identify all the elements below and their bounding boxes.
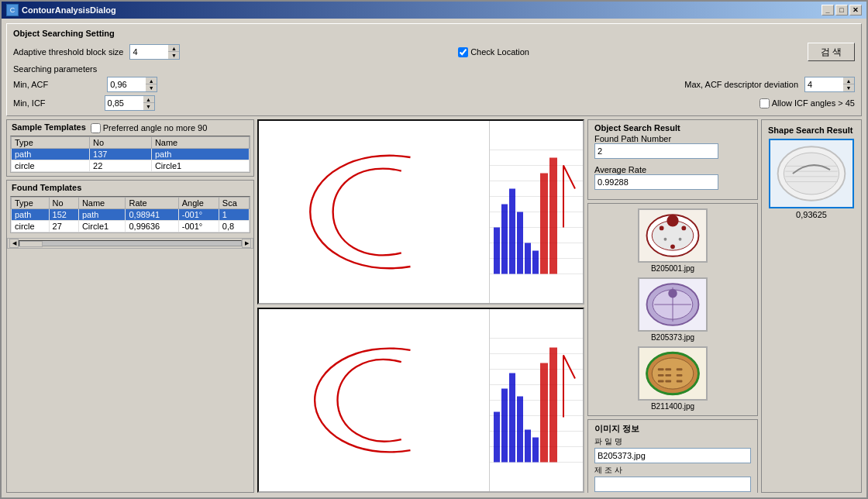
min-acf-spinbox[interactable]: ▲ ▼ (107, 77, 157, 92)
maximize-button[interactable]: □ (835, 5, 848, 15)
main-content: Object Searching Setting Adaptive thresh… (2, 19, 866, 497)
min-acf-input[interactable] (107, 77, 146, 92)
adaptive-spinbox-btns: ▲ ▼ (168, 44, 180, 60)
scroll-track (19, 240, 242, 246)
sample-templates-panel: Sample Templates Preferred angle no more… (6, 119, 254, 177)
thumbnail-2[interactable]: B205373.jpg (591, 276, 754, 343)
min-icf-input[interactable] (105, 95, 143, 111)
svg-rect-29 (501, 389, 508, 463)
min-acf-spin-up[interactable]: ▲ (146, 77, 157, 84)
cell-no: 27 (49, 221, 78, 232)
similarity-score: 0,93625 (765, 210, 858, 219)
setting-row-5: Min, ICF ▲ ▼ Allow ICF angles > 45 (13, 95, 855, 111)
found-templates-table: Type No Name Rate Angle Sca (11, 197, 250, 232)
max-acf-spin-down[interactable]: ▼ (843, 84, 854, 91)
svg-rect-16 (549, 158, 557, 274)
max-acf-input[interactable] (804, 77, 843, 92)
table-row[interactable]: circle 27 Circle1 0,99636 -001° 0,8 (12, 221, 250, 232)
allow-icf-checkbox[interactable] (760, 98, 770, 108)
scroll-left-arrow[interactable]: ◀ (9, 239, 19, 248)
check-location-checkbox[interactable] (458, 47, 468, 57)
cell-angle: -001° (178, 221, 219, 232)
svg-point-55 (652, 358, 694, 389)
svg-rect-34 (540, 363, 548, 463)
svg-rect-11 (509, 189, 515, 274)
setting-row-1: Object Searching Setting (13, 29, 855, 40)
scroll-thumb (19, 241, 43, 247)
allow-icf-label[interactable]: Allow ICF angles > 45 (760, 98, 855, 108)
shape-result-thumbnail (769, 139, 854, 208)
left-panel: Sample Templates Preferred angle no more… (6, 119, 254, 493)
max-acf-spinbox-btns: ▲ ▼ (843, 77, 855, 92)
preferred-angle-label[interactable]: Preferred angle no more 90 (91, 123, 208, 133)
scroll-right-arrow[interactable]: ▶ (242, 239, 251, 248)
sample-table-header: Type No Name (12, 137, 250, 149)
min-icf-spin-down[interactable]: ▼ (143, 103, 154, 110)
adaptive-spinbox[interactable]: ▲ ▼ (129, 44, 180, 60)
table-row[interactable]: circle 22 Circle1 (12, 160, 250, 172)
average-rate-field: Average Rate (594, 165, 751, 191)
found-contour-left (259, 309, 490, 491)
sample-histogram-svg (490, 121, 583, 303)
cell-name: path (151, 149, 249, 160)
thumb-box-1 (638, 208, 708, 263)
top-search-button[interactable]: 검 색 (808, 43, 855, 61)
sample-templates-table: Type No Name path 137 path (11, 136, 250, 172)
min-icf-spinbox[interactable]: ▲ ▼ (105, 95, 155, 111)
main-area: Sample Templates Preferred angle no more… (6, 119, 862, 493)
middle-panel (257, 119, 584, 493)
svg-rect-14 (532, 251, 539, 274)
adaptive-input[interactable] (129, 44, 168, 60)
thumb-box-2 (638, 277, 708, 332)
svg-rect-64 (677, 380, 683, 383)
close-button[interactable]: ✕ (849, 5, 862, 15)
col-no: No (49, 198, 78, 209)
sample-histogram-right (490, 121, 583, 303)
sample-templates-table-container: Type No Name path 137 path (10, 136, 250, 173)
thumbnail-1[interactable]: B205001.jpg (591, 207, 754, 274)
titlebar-left: C ContourAnalysisDialog (6, 4, 116, 16)
cell-scale: 0,8 (219, 221, 249, 232)
min-icf-spin-up[interactable]: ▲ (143, 96, 154, 103)
svg-rect-57 (665, 368, 671, 370)
col-angle: Angle (178, 198, 219, 209)
max-acf-label: Max, ACF descriptor deviation (684, 80, 798, 89)
sample-contour-left (259, 121, 490, 303)
window-title: ContourAnalysisDialog (22, 5, 116, 15)
thumbnail-3[interactable]: B211400.jpg (591, 345, 754, 412)
found-table-header: Type No Name Rate Angle Sca (12, 198, 250, 209)
preferred-angle-checkbox[interactable] (91, 123, 101, 133)
min-acf-spin-down[interactable]: ▼ (146, 84, 157, 91)
svg-rect-63 (665, 380, 671, 383)
setting-row-4: Min, ACF ▲ ▼ Max, ACF descriptor deviati… (13, 77, 855, 92)
svg-line-37 (563, 356, 575, 379)
max-acf-spin-up[interactable]: ▲ (843, 77, 854, 84)
svg-rect-60 (665, 374, 671, 377)
col-scale: Sca (219, 198, 249, 209)
adaptive-spin-down[interactable]: ▼ (168, 52, 179, 59)
svg-rect-35 (549, 348, 557, 463)
found-templates-panel: Found Templates Type No Name Rate Angle (6, 180, 254, 493)
adaptive-spin-up[interactable]: ▲ (168, 45, 179, 52)
cell-no: 22 (90, 160, 152, 172)
cell-rate: 0,99636 (126, 221, 178, 232)
cell-angle: -001° (178, 209, 219, 221)
svg-rect-15 (540, 174, 548, 274)
table-row[interactable]: path 137 path (12, 149, 250, 160)
adaptive-label: Adaptive threshold block size (13, 47, 123, 57)
svg-point-42 (660, 226, 664, 231)
check-location-label[interactable]: Check Location (458, 47, 529, 57)
titlebar: C ContourAnalysisDialog _ □ ✕ (2, 2, 866, 19)
thumb-box-3 (638, 346, 708, 401)
found-templates-header: Found Templates (7, 181, 253, 196)
found-histogram-right (490, 309, 583, 491)
cell-rate: 0,98941 (126, 209, 178, 221)
svg-point-44 (664, 238, 667, 241)
cell-type: circle (12, 160, 90, 172)
table-row[interactable]: path 152 path 0,98941 -001° 1 (12, 209, 250, 221)
max-acf-spinbox[interactable]: ▲ ▼ (804, 77, 855, 92)
cell-no: 137 (90, 149, 152, 160)
horizontal-scrollbar[interactable]: ◀ ▶ (7, 238, 253, 249)
minimize-button[interactable]: _ (822, 5, 834, 15)
sample-canvas (257, 119, 584, 305)
